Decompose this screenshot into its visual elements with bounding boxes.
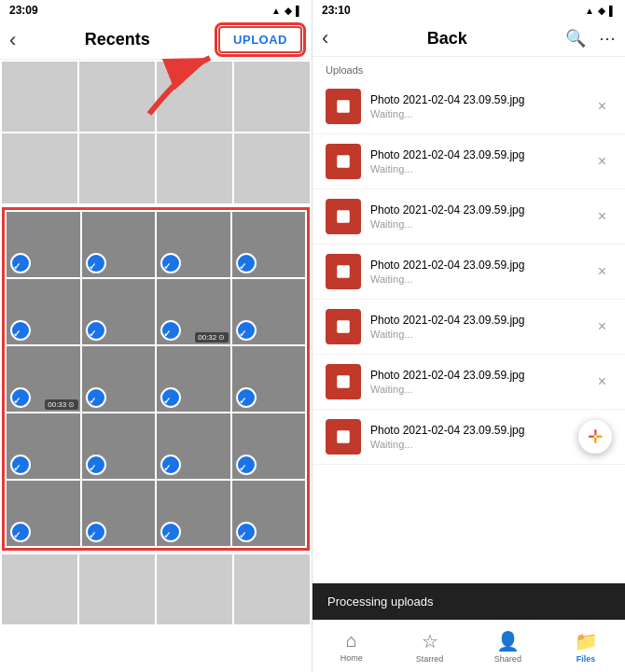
upload-filename: Photo 2021-02-04 23.09.59.jpg xyxy=(370,424,538,437)
upload-file-info: Photo 2021-02-04 23.09.59.jpg Waiting... xyxy=(370,424,578,450)
star-icon: ☆ xyxy=(422,630,438,652)
nav-home[interactable]: ⌂ Home xyxy=(312,630,391,663)
right-back-button[interactable]: ‹ xyxy=(322,26,328,50)
upload-filename: Photo 2021-02-04 23.09.59.jpg xyxy=(370,369,538,382)
selected-photo-cell[interactable]: 00:32 ⊙ xyxy=(157,279,230,344)
selected-photo-cell[interactable] xyxy=(157,413,230,479)
processing-text: Processing uploads xyxy=(327,595,433,609)
upload-thumbnail xyxy=(326,144,361,179)
left-status-icons: ▲ ◆ ▌ xyxy=(271,6,302,16)
right-top-bar: ‹ Back 🔍 ⋯ xyxy=(312,21,625,57)
selected-photo-cell[interactable] xyxy=(7,279,80,344)
upload-close-button[interactable]: × xyxy=(592,151,612,172)
upload-list-item: Photo 2021-02-04 23.09.59.jpg Waiting...… xyxy=(312,410,625,465)
upload-close-button[interactable]: × xyxy=(592,261,612,282)
shared-icon: 👤 xyxy=(496,630,520,652)
selected-photo-cell[interactable] xyxy=(157,481,230,546)
top-grid-row xyxy=(0,60,312,205)
photo-cell[interactable] xyxy=(157,554,232,624)
photo-cell[interactable] xyxy=(234,133,310,203)
upload-file-info: Photo 2021-02-04 23.09.59.jpg Waiting... xyxy=(370,314,592,340)
photo-cell[interactable] xyxy=(79,62,155,132)
upload-button[interactable]: UPLOAD xyxy=(218,26,302,53)
upload-thumbnail xyxy=(326,199,361,234)
photo-cell[interactable] xyxy=(79,554,155,624)
upload-file-info: Photo 2021-02-04 23.09.59.jpg Waiting... xyxy=(370,369,592,395)
upload-close-button[interactable]: × xyxy=(592,371,612,392)
photo-cell[interactable] xyxy=(157,133,232,203)
photo-grid: 00:32 ⊙ 00:33 ⊙ xyxy=(0,60,312,672)
upload-list-item: Photo 2021-02-04 23.09.59.jpg Waiting...… xyxy=(312,245,625,300)
fab-plus-icon: ✛ xyxy=(588,426,604,448)
upload-status: Waiting... xyxy=(370,273,592,285)
more-options-icon[interactable]: ⋯ xyxy=(599,28,616,49)
upload-filename: Photo 2021-02-04 23.09.59.jpg xyxy=(370,93,538,106)
photo-cell[interactable] xyxy=(234,62,310,132)
upload-thumbnail xyxy=(326,419,361,455)
left-panel: 23:09 ▲ ◆ ▌ ‹ Recents UPLOAD xyxy=(0,0,312,672)
selected-photo-cell[interactable] xyxy=(157,212,230,277)
photo-cell[interactable] xyxy=(157,62,232,132)
selected-photo-cell[interactable] xyxy=(7,212,80,277)
left-status-bar: 23:09 ▲ ◆ ▌ xyxy=(0,0,312,21)
image-icon xyxy=(335,263,352,280)
upload-close-button[interactable]: × xyxy=(592,206,612,227)
left-title: Recents xyxy=(85,30,150,49)
selected-photo-cell[interactable] xyxy=(7,481,80,546)
nav-starred[interactable]: ☆ Starred xyxy=(391,630,469,664)
upload-file-info: Photo 2021-02-04 23.09.59.jpg Waiting... xyxy=(370,203,592,230)
bottom-navigation: ⌂ Home ☆ Starred 👤 Shared 📁 Files xyxy=(312,620,625,672)
right-action-icons: 🔍 ⋯ xyxy=(565,28,616,49)
upload-filename: Photo 2021-02-04 23.09.59.jpg xyxy=(370,203,538,217)
upload-status: Waiting... xyxy=(370,329,592,340)
photo-cell[interactable] xyxy=(2,62,77,132)
upload-close-button[interactable]: × xyxy=(592,96,612,117)
upload-thumbnail xyxy=(326,309,361,344)
processing-uploads-bar: Processing uploads xyxy=(312,583,625,620)
nav-files[interactable]: 📁 Files xyxy=(547,630,625,664)
selected-photo-cell[interactable] xyxy=(82,212,156,277)
selected-photo-cell[interactable] xyxy=(82,481,156,546)
search-icon[interactable]: 🔍 xyxy=(565,28,586,49)
image-icon xyxy=(335,153,352,170)
left-back-button[interactable]: ‹ xyxy=(9,28,16,52)
nav-home-label: Home xyxy=(340,653,363,663)
selected-photo-cell[interactable] xyxy=(232,346,306,412)
upload-filename: Photo 2021-02-04 23.09.59.jpg xyxy=(370,259,538,272)
selected-photo-cell[interactable] xyxy=(232,413,306,479)
selected-photo-cell[interactable] xyxy=(7,413,80,479)
image-icon xyxy=(335,318,352,335)
selected-photo-cell[interactable] xyxy=(232,481,306,546)
left-time: 23:09 xyxy=(9,4,38,17)
right-panel: 23:10 ▲ ◆ ▌ ‹ Back 🔍 ⋯ Uploads Photo 202… xyxy=(312,0,625,672)
nav-shared[interactable]: 👤 Shared xyxy=(469,630,548,664)
upload-list-item: Photo 2021-02-04 23.09.59.jpg Waiting...… xyxy=(312,355,625,410)
selected-photo-cell[interactable] xyxy=(82,413,156,479)
selected-photo-grid: 00:32 ⊙ 00:33 ⊙ xyxy=(2,207,310,551)
photo-cell[interactable] xyxy=(234,554,310,624)
photo-cell[interactable] xyxy=(2,133,77,203)
nav-shared-label: Shared xyxy=(494,654,521,664)
upload-close-button[interactable]: × xyxy=(592,316,612,337)
selected-photo-cell[interactable]: 00:33 ⊙ xyxy=(7,346,80,412)
image-icon xyxy=(335,428,352,445)
upload-thumbnail xyxy=(326,364,361,399)
files-icon: 📁 xyxy=(575,630,598,652)
selected-photo-cell[interactable] xyxy=(82,346,156,412)
image-icon xyxy=(335,208,352,225)
upload-file-info: Photo 2021-02-04 23.09.59.jpg Waiting... xyxy=(370,259,592,285)
upload-file-info: Photo 2021-02-04 23.09.59.jpg Waiting... xyxy=(370,148,592,175)
video-duration-badge: 00:33 ⊙ xyxy=(45,399,77,410)
upload-status: Waiting... xyxy=(370,163,592,175)
bottom-grid-row xyxy=(0,553,312,626)
photo-cell[interactable] xyxy=(79,133,155,203)
selected-photo-cell[interactable] xyxy=(82,279,156,344)
selected-photo-cell[interactable] xyxy=(232,212,306,277)
selected-photo-cell[interactable] xyxy=(232,279,306,344)
upload-filename: Photo 2021-02-04 23.09.59.jpg xyxy=(370,314,538,327)
photo-cell[interactable] xyxy=(2,554,77,624)
left-top-bar: ‹ Recents UPLOAD xyxy=(0,21,312,60)
upload-add-fab[interactable]: ✛ xyxy=(578,420,612,454)
selected-photo-cell[interactable] xyxy=(157,346,230,412)
video-duration-badge: 00:32 ⊙ xyxy=(195,332,228,343)
